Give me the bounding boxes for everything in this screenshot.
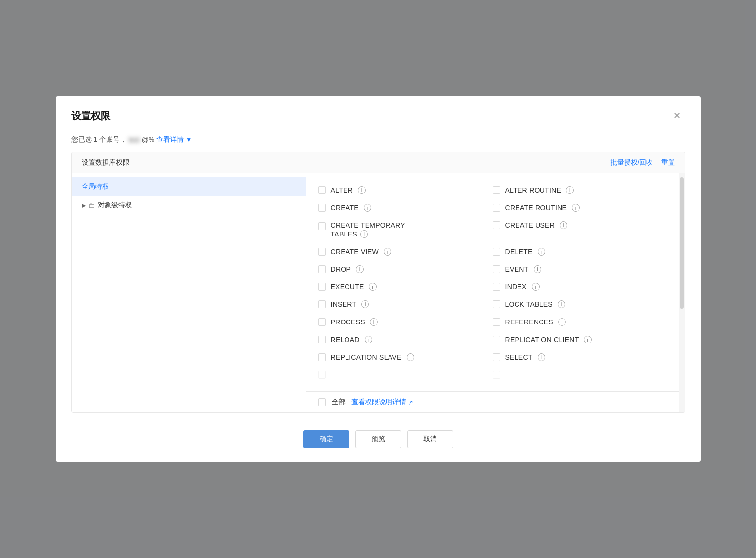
alter-info-icon[interactable]: i bbox=[358, 186, 366, 194]
drop-info-icon[interactable]: i bbox=[356, 265, 364, 273]
create-user-checkbox[interactable] bbox=[493, 221, 500, 229]
lock-tables-info-icon[interactable]: i bbox=[558, 300, 565, 308]
section-title: 设置数据库权限 bbox=[82, 158, 130, 167]
perm-process: PROCESS i bbox=[318, 313, 493, 331]
create-routine-info-icon[interactable]: i bbox=[572, 204, 580, 212]
perm-select: SELECT i bbox=[493, 348, 667, 366]
select-checkbox[interactable] bbox=[493, 353, 500, 361]
confirm-button[interactable]: 确定 bbox=[303, 430, 349, 448]
process-checkbox[interactable] bbox=[318, 318, 326, 326]
perm-create-routine: CREATE ROUTINE i bbox=[493, 199, 667, 216]
perm-create-user: CREATE USER i bbox=[493, 216, 667, 243]
replication-slave-info-icon[interactable]: i bbox=[407, 353, 414, 361]
create-checkbox[interactable] bbox=[318, 204, 326, 212]
modal-header: 设置权限 ✕ bbox=[56, 96, 701, 131]
references-info-icon[interactable]: i bbox=[558, 318, 566, 326]
create-info-icon[interactable]: i bbox=[364, 204, 371, 212]
perm-replication-slave: REPLICATION SLAVE i bbox=[318, 348, 493, 366]
alter-routine-checkbox[interactable] bbox=[493, 186, 500, 194]
tree-item-global[interactable]: 全局特权 bbox=[72, 177, 306, 196]
perm-references: REFERENCES i bbox=[493, 313, 667, 331]
view-details-link[interactable]: 查看详情 bbox=[156, 135, 184, 144]
section-actions: 批量授权/回收 重置 bbox=[610, 158, 675, 167]
alter-routine-info-icon[interactable]: i bbox=[566, 186, 574, 194]
view-permissions-link[interactable]: 查看权限说明详情 ↗ bbox=[351, 398, 413, 407]
delete-info-icon[interactable]: i bbox=[538, 248, 545, 256]
perm-alter-routine: ALTER ROUTINE i bbox=[493, 181, 667, 199]
perm-more-left bbox=[318, 366, 493, 384]
perm-more-right bbox=[493, 366, 667, 384]
perm-reload: RELOAD i bbox=[318, 331, 493, 348]
create-view-checkbox[interactable] bbox=[318, 248, 326, 256]
user-name: test bbox=[129, 136, 140, 144]
cancel-button[interactable]: 取消 bbox=[407, 430, 453, 448]
references-checkbox[interactable] bbox=[493, 318, 500, 326]
subtitle-prefix: 您已选 1 个账号， bbox=[71, 135, 127, 144]
external-link-icon: ↗ bbox=[408, 399, 413, 406]
modal-title: 设置权限 bbox=[71, 109, 110, 123]
permissions-scroll: ALTER i ALTER ROUTINE i bbox=[306, 173, 679, 391]
index-info-icon[interactable]: i bbox=[532, 283, 540, 291]
subtitle-at: @% bbox=[142, 136, 155, 144]
perm-create-temp: CREATE TEMPORARY TABLES i bbox=[318, 216, 493, 243]
index-checkbox[interactable] bbox=[493, 283, 500, 291]
modal-overlay: 设置权限 ✕ 您已选 1 个账号， test @% 查看详情 ▼ 设置数据库权限… bbox=[0, 0, 756, 558]
insert-checkbox[interactable] bbox=[318, 300, 326, 308]
create-user-info-icon[interactable]: i bbox=[560, 221, 567, 229]
reload-checkbox[interactable] bbox=[318, 336, 326, 343]
reload-info-icon[interactable]: i bbox=[365, 336, 372, 343]
modal-body: 设置数据库权限 批量授权/回收 重置 全局特权 bbox=[56, 152, 701, 421]
left-panel: 全局特权 ▶ 🗀 对象级特权 bbox=[72, 173, 306, 412]
process-info-icon[interactable]: i bbox=[370, 318, 378, 326]
perm-drop: DROP i bbox=[318, 260, 493, 278]
event-checkbox[interactable] bbox=[493, 265, 500, 273]
global-label: 全局特权 bbox=[82, 182, 109, 191]
folder-icon: 🗀 bbox=[88, 202, 95, 209]
permissions-footer: 全部 查看权限说明详情 ↗ bbox=[306, 391, 679, 412]
replication-client-checkbox[interactable] bbox=[493, 336, 500, 343]
modal-subtitle: 您已选 1 个账号， test @% 查看详情 ▼ bbox=[56, 131, 701, 152]
execute-checkbox[interactable] bbox=[318, 283, 326, 291]
perm-create: CREATE i bbox=[318, 199, 493, 216]
insert-info-icon[interactable]: i bbox=[361, 300, 369, 308]
modal-footer: 确定 预览 取消 bbox=[56, 421, 701, 462]
select-all-label: 全部 bbox=[332, 398, 346, 407]
select-all-checkbox[interactable] bbox=[318, 398, 326, 406]
perm-delete: DELETE i bbox=[493, 243, 667, 260]
create-view-info-icon[interactable]: i bbox=[384, 248, 391, 256]
create-temp-checkbox[interactable] bbox=[318, 222, 326, 230]
view-permissions-text: 查看权限说明详情 bbox=[351, 398, 406, 407]
perm-replication-client: REPLICATION CLIENT i bbox=[493, 331, 667, 348]
event-info-icon[interactable]: i bbox=[534, 265, 541, 273]
tree-item-object[interactable]: ▶ 🗀 对象级特权 bbox=[72, 196, 306, 215]
modal: 设置权限 ✕ 您已选 1 个账号， test @% 查看详情 ▼ 设置数据库权限… bbox=[56, 96, 701, 462]
execute-info-icon[interactable]: i bbox=[369, 283, 377, 291]
alter-checkbox[interactable] bbox=[318, 186, 326, 194]
perm-event: EVENT i bbox=[493, 260, 667, 278]
chevron-down-icon: ▼ bbox=[186, 136, 192, 143]
perm-lock-tables: LOCK TABLES i bbox=[493, 296, 667, 313]
lock-tables-checkbox[interactable] bbox=[493, 300, 500, 308]
replication-client-info-icon[interactable]: i bbox=[584, 336, 592, 343]
preview-button[interactable]: 预览 bbox=[355, 430, 401, 448]
scrollbar-track[interactable] bbox=[679, 173, 685, 412]
close-button[interactable]: ✕ bbox=[670, 108, 685, 124]
object-label: 对象级特权 bbox=[98, 201, 132, 210]
more-left-checkbox[interactable] bbox=[318, 371, 326, 379]
perm-create-view: CREATE VIEW i bbox=[318, 243, 493, 260]
delete-checkbox[interactable] bbox=[493, 248, 500, 256]
perm-alter: ALTER i bbox=[318, 181, 493, 199]
replication-slave-checkbox[interactable] bbox=[318, 353, 326, 361]
section-header: 设置数据库权限 批量授权/回收 重置 bbox=[72, 152, 685, 173]
reset-link[interactable]: 重置 bbox=[661, 158, 675, 167]
drop-checkbox[interactable] bbox=[318, 265, 326, 273]
create-temp-info-icon[interactable]: i bbox=[360, 230, 368, 238]
create-routine-checkbox[interactable] bbox=[493, 204, 500, 212]
bulk-action-link[interactable]: 批量授权/回收 bbox=[610, 158, 653, 167]
section-content: 全局特权 ▶ 🗀 对象级特权 bbox=[72, 173, 685, 412]
scrollbar-thumb bbox=[680, 177, 684, 309]
select-info-icon[interactable]: i bbox=[538, 353, 545, 361]
perm-execute: EXECUTE i bbox=[318, 278, 493, 296]
more-right-checkbox[interactable] bbox=[493, 371, 500, 379]
arrow-icon: ▶ bbox=[82, 202, 86, 209]
